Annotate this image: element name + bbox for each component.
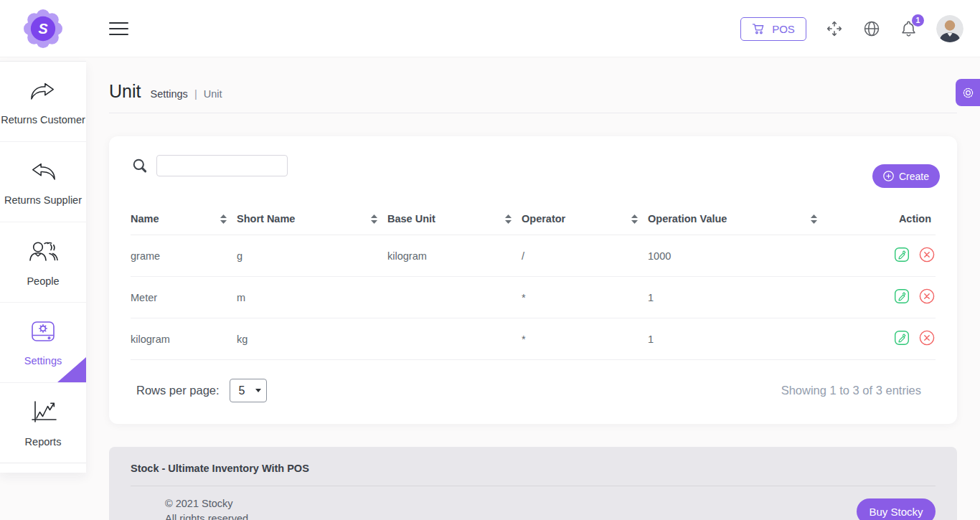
sidebar-item-label: Returns Supplier (4, 194, 82, 206)
delete-x-icon (918, 329, 936, 346)
head-divider (109, 113, 957, 113)
customizer-toggle-button[interactable] (956, 79, 980, 106)
notifications-button[interactable]: 1 (900, 19, 918, 39)
page-head: Unit Settings | Unit (109, 81, 957, 102)
plus-icon (883, 171, 894, 181)
cell-name: kilogram (131, 318, 237, 360)
gear-icon (961, 86, 975, 100)
create-button[interactable]: Create (872, 164, 940, 188)
column-header-action: Action (827, 210, 936, 235)
unit-table-card: Create Name Short Name (109, 136, 957, 424)
sidebar-item-reports[interactable]: Reports (0, 383, 86, 463)
cell-short-name: g (237, 235, 387, 277)
delete-x-icon (918, 288, 936, 305)
sidebar-item-label: Reports (25, 436, 62, 448)
create-button-label: Create (899, 171, 929, 182)
column-header-short-name[interactable]: Short Name (237, 210, 387, 235)
copyright-block: © 2021 Stocky All rights reserved (165, 496, 248, 520)
table-header-row: Name Short Name Base Unit Operator (131, 210, 936, 235)
delete-button[interactable] (913, 246, 936, 265)
edit-button[interactable] (888, 246, 910, 265)
breadcrumb-separator: | (194, 88, 197, 100)
edit-pencil-icon (893, 246, 910, 263)
cell-name: grame (131, 235, 237, 277)
table-row: kilogram kg * 1 (131, 318, 936, 360)
sort-icon (811, 214, 817, 224)
sort-icon (220, 214, 227, 224)
pos-button-label: POS (772, 23, 795, 35)
search-input[interactable] (156, 155, 288, 176)
cell-operator: / (522, 235, 648, 277)
edit-pencil-icon (893, 329, 910, 346)
footer-title: Stock - Ultimate Inventory With POS (131, 463, 936, 474)
page-footer: Stock - Ultimate Inventory With POS © 20… (109, 447, 957, 520)
column-header-name[interactable]: Name (131, 210, 237, 235)
cell-operation-value: 1000 (648, 235, 827, 277)
returns-customer-icon (27, 77, 60, 108)
sidebar-item-returns-customer[interactable]: Returns Customer (0, 62, 86, 142)
sidebar-item-people[interactable]: People (0, 222, 86, 303)
fullscreen-button[interactable] (825, 19, 844, 38)
sort-icon (631, 214, 638, 224)
edit-pencil-icon (893, 288, 910, 305)
buy-stocky-button[interactable]: Buy Stocky (857, 498, 936, 520)
breadcrumb-current[interactable]: Unit (204, 88, 222, 100)
cell-short-name: kg (237, 318, 387, 360)
expand-arrows-icon (825, 19, 844, 38)
top-header: S POS (0, 0, 980, 57)
sidebar-item-label: People (27, 275, 59, 287)
sidebar-item-label: Returns Customer (1, 114, 85, 126)
sort-icon (371, 214, 377, 224)
rights-text: All rights reserved (165, 511, 248, 520)
cell-base-unit (387, 277, 522, 318)
logo-letter: S (38, 21, 47, 37)
column-header-operator[interactable]: Operator (522, 210, 648, 235)
edit-button[interactable] (888, 288, 910, 307)
returns-supplier-icon (27, 158, 60, 188)
copyright-text: © 2021 Stocky (165, 496, 248, 511)
table-footer: Rows per page: 5 Showing 1 to 3 of 3 ent… (131, 379, 936, 402)
table-row: grame g kilogram / 1000 (131, 235, 936, 277)
footer-divider (131, 486, 936, 486)
user-avatar[interactable] (936, 15, 963, 42)
cell-short-name: m (237, 277, 387, 318)
units-table: Name Short Name Base Unit Operator (131, 210, 936, 360)
people-icon (26, 237, 60, 269)
cell-base-unit: kilogram (387, 235, 522, 277)
cell-operation-value: 1 (648, 318, 827, 360)
cell-base-unit (387, 318, 522, 360)
search-icon (132, 158, 148, 174)
menu-toggle-icon[interactable] (109, 22, 128, 35)
active-corner-triangle (57, 357, 86, 382)
sidebar-item-label: Settings (24, 355, 62, 367)
header-actions: POS (740, 0, 980, 57)
line-chart-icon (27, 398, 60, 430)
rows-per-page-label: Rows per page: (136, 384, 220, 397)
sort-icon (505, 214, 512, 224)
pos-button[interactable]: POS (740, 17, 806, 41)
notification-count-badge: 1 (912, 14, 924, 27)
delete-button[interactable] (913, 329, 936, 349)
edit-button[interactable] (888, 329, 910, 349)
table-toolbar (131, 153, 936, 177)
sidebar-item-settings[interactable]: Settings (0, 303, 86, 383)
breadcrumb: Settings | Unit (150, 88, 222, 100)
settings-box-icon (27, 318, 60, 349)
delete-x-icon (918, 246, 936, 263)
globe-icon (862, 19, 881, 38)
cart-icon (752, 22, 765, 35)
language-button[interactable] (862, 19, 881, 38)
app-logo[interactable]: S (24, 9, 62, 48)
table-row: Meter m * 1 (131, 277, 936, 318)
delete-button[interactable] (913, 288, 936, 307)
sidebar-item-returns-supplier[interactable]: Returns Supplier (0, 142, 86, 222)
cell-operator: * (522, 318, 648, 360)
column-header-operation-value[interactable]: Operation Value (648, 210, 827, 235)
column-header-base-unit[interactable]: Base Unit (387, 210, 522, 235)
showing-entries-text: Showing 1 to 3 of 3 entries (781, 384, 921, 397)
cell-name: Meter (131, 277, 237, 318)
rows-per-page-select[interactable]: 5 (230, 379, 267, 402)
sidebar-nav: Returns Customer Returns Supplier People (0, 61, 86, 473)
breadcrumb-section: Settings (150, 88, 187, 100)
cell-operation-value: 1 (648, 277, 827, 318)
